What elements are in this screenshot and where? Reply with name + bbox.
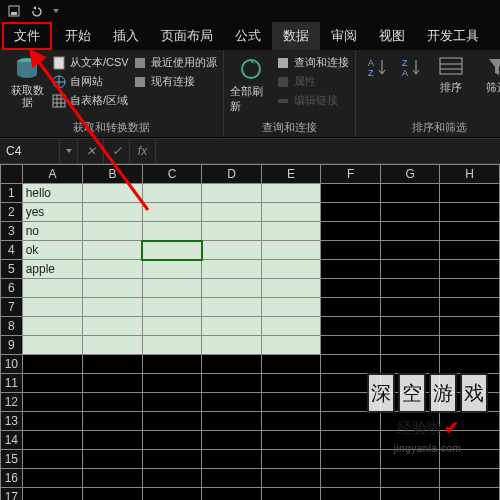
col-header[interactable]: F [321, 165, 380, 184]
cell-A10[interactable] [22, 355, 83, 374]
cell-F1[interactable] [321, 184, 380, 203]
cell-A2[interactable]: yes [22, 203, 83, 222]
cell-B6[interactable] [83, 279, 143, 298]
cell-E2[interactable] [261, 203, 321, 222]
cell-E8[interactable] [261, 317, 321, 336]
from-web-button[interactable]: 自网站 [52, 73, 129, 90]
cell-E9[interactable] [261, 336, 321, 355]
from-table-button[interactable]: 自表格/区域 [52, 92, 129, 109]
cell-A15[interactable] [22, 450, 83, 469]
cell-F8[interactable] [321, 317, 380, 336]
cell-C6[interactable] [142, 279, 202, 298]
cell-H4[interactable] [440, 241, 500, 260]
cell-B11[interactable] [83, 374, 143, 393]
select-all-corner[interactable] [1, 165, 23, 184]
row-header[interactable]: 16 [1, 469, 23, 488]
cell-C10[interactable] [142, 355, 202, 374]
cell-D1[interactable] [202, 184, 262, 203]
cell-F10[interactable] [321, 355, 380, 374]
cell-G3[interactable] [380, 222, 440, 241]
menu-formula[interactable]: 公式 [224, 22, 272, 50]
col-header[interactable]: G [380, 165, 440, 184]
cell-G6[interactable] [380, 279, 440, 298]
cell-G16[interactable] [380, 469, 440, 488]
row-header[interactable]: 9 [1, 336, 23, 355]
row-header[interactable]: 17 [1, 488, 23, 501]
cell-A4[interactable]: ok [22, 241, 83, 260]
cell-G2[interactable] [380, 203, 440, 222]
menu-data[interactable]: 数据 [272, 22, 320, 50]
cell-G4[interactable] [380, 241, 440, 260]
menu-review[interactable]: 审阅 [320, 22, 368, 50]
save-icon[interactable] [8, 5, 20, 17]
cell-E7[interactable] [261, 298, 321, 317]
queries-conn-button[interactable]: 查询和连接 [276, 54, 349, 71]
fx-button[interactable]: fx [130, 139, 156, 163]
cell-H17[interactable] [440, 488, 500, 501]
cell-D15[interactable] [202, 450, 262, 469]
cell-A17[interactable] [22, 488, 83, 501]
sort-asc-button[interactable]: AZ [362, 54, 392, 118]
row-header[interactable]: 8 [1, 317, 23, 336]
cell-D4[interactable] [202, 241, 262, 260]
menu-view[interactable]: 视图 [368, 22, 416, 50]
cell-F9[interactable] [321, 336, 380, 355]
cell-B7[interactable] [83, 298, 143, 317]
cell-B5[interactable] [83, 260, 143, 279]
cell-C17[interactable] [142, 488, 202, 501]
row-header[interactable]: 4 [1, 241, 23, 260]
cell-B16[interactable] [83, 469, 143, 488]
cell-C4[interactable] [142, 241, 202, 260]
cell-A7[interactable] [22, 298, 83, 317]
cell-F2[interactable] [321, 203, 380, 222]
cell-A5[interactable]: apple [22, 260, 83, 279]
dropdown-icon[interactable] [52, 7, 60, 15]
cell-E16[interactable] [261, 469, 321, 488]
cell-H1[interactable] [440, 184, 500, 203]
cell-B17[interactable] [83, 488, 143, 501]
cell-B3[interactable] [83, 222, 143, 241]
cell-H9[interactable] [440, 336, 500, 355]
cell-D10[interactable] [202, 355, 262, 374]
menu-layout[interactable]: 页面布局 [150, 22, 224, 50]
cell-D7[interactable] [202, 298, 262, 317]
cell-C9[interactable] [142, 336, 202, 355]
cell-A8[interactable] [22, 317, 83, 336]
cell-H5[interactable] [440, 260, 500, 279]
row-header[interactable]: 2 [1, 203, 23, 222]
cell-A1[interactable]: hello [22, 184, 83, 203]
col-header[interactable]: D [202, 165, 262, 184]
cell-E10[interactable] [261, 355, 321, 374]
cell-C12[interactable] [142, 393, 202, 412]
menu-home[interactable]: 开始 [54, 22, 102, 50]
namebox-dropdown[interactable] [60, 139, 78, 163]
cell-C15[interactable] [142, 450, 202, 469]
row-header[interactable]: 13 [1, 412, 23, 431]
cell-E17[interactable] [261, 488, 321, 501]
formula-bar[interactable] [156, 139, 500, 163]
cell-A9[interactable] [22, 336, 83, 355]
existing-conn-button[interactable]: 现有连接 [133, 73, 217, 90]
cell-E15[interactable] [261, 450, 321, 469]
sort-desc-button[interactable]: ZA [396, 54, 426, 118]
cell-H16[interactable] [440, 469, 500, 488]
cell-D14[interactable] [202, 431, 262, 450]
col-header[interactable]: E [261, 165, 321, 184]
cell-D13[interactable] [202, 412, 262, 431]
cell-D6[interactable] [202, 279, 262, 298]
cancel-formula-button[interactable]: ✕ [78, 139, 104, 163]
accept-formula-button[interactable]: ✓ [104, 139, 130, 163]
cell-B4[interactable] [83, 241, 143, 260]
cell-C8[interactable] [142, 317, 202, 336]
cell-C3[interactable] [142, 222, 202, 241]
cell-E1[interactable] [261, 184, 321, 203]
row-header[interactable]: 10 [1, 355, 23, 374]
cell-E4[interactable] [261, 241, 321, 260]
cell-F7[interactable] [321, 298, 380, 317]
row-header[interactable]: 11 [1, 374, 23, 393]
row-header[interactable]: 5 [1, 260, 23, 279]
refresh-all-button[interactable]: 全部刷新 [230, 54, 272, 118]
cell-F6[interactable] [321, 279, 380, 298]
cell-D11[interactable] [202, 374, 262, 393]
cell-C2[interactable] [142, 203, 202, 222]
